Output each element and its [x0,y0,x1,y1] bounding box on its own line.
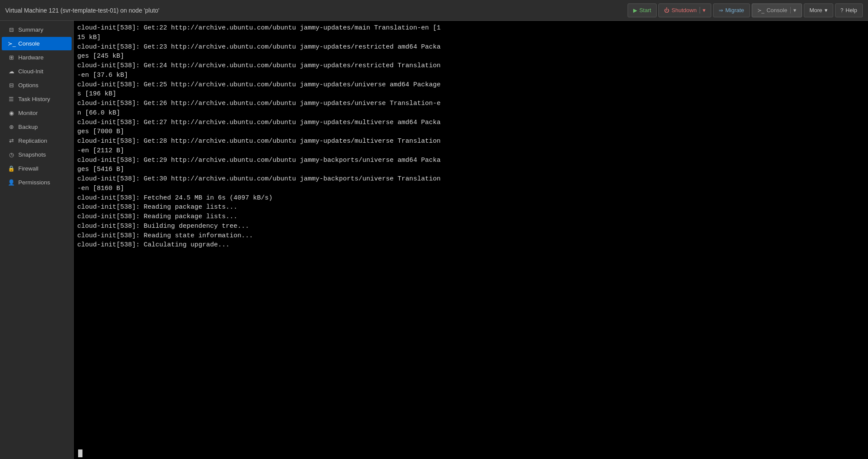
migrate-button[interactable]: ⇒ Migrate [713,3,750,17]
sidebar-item-replication[interactable]: ⇄ Replication [2,134,72,148]
start-button[interactable]: ▶ Start [628,3,657,17]
backup-icon: ⊛ [8,124,15,130]
shutdown-button[interactable]: ⏻ Shutdown ▾ [658,3,711,17]
firewall-icon: 🔒 [8,165,15,172]
sidebar-item-task-history[interactable]: ☰ Task History [2,92,72,106]
topbar: Virtual Machine 121 (svr-template-test-0… [0,0,868,21]
console-icon: ≻_ [8,40,15,47]
monitor-icon: ◉ [8,110,15,116]
sidebar-item-backup[interactable]: ⊛ Backup [2,120,72,134]
more-caret: ▾ [825,7,828,13]
permissions-icon: 👤 [8,179,15,186]
replication-icon: ⇄ [8,138,15,144]
topbar-actions: ▶ Start ⏻ Shutdown ▾ ⇒ Migrate ≻_ Consol… [628,3,863,17]
migrate-icon: ⇒ [719,7,723,13]
sidebar-item-firewall[interactable]: 🔒 Firewall [2,162,72,175]
console-area[interactable]: cloud-init[538]: Get:22 http://archive.u… [74,21,868,459]
sidebar-item-console[interactable]: ≻_ Console [2,37,72,50]
console-button[interactable]: ≻_ Console ▾ [752,3,802,17]
shutdown-caret[interactable]: ▾ [700,7,706,13]
sidebar-item-summary[interactable]: ⊟ Summary [2,23,72,36]
sidebar-item-cloud-init[interactable]: ☁ Cloud-Init [2,65,72,78]
help-button[interactable]: ? Help [835,3,863,17]
options-icon: ⊟ [8,82,15,89]
hardware-icon: ⊞ [8,54,15,61]
sidebar-item-snapshots[interactable]: ◷ Snapshots [2,148,72,161]
topbar-title: Virtual Machine 121 (svr-template-test-0… [5,7,628,14]
power-icon: ⏻ [664,7,669,13]
console-cursor-line [77,449,866,457]
main-layout: ⊟ Summary ≻_ Console ⊞ Hardware ☁ Cloud-… [0,21,868,459]
play-icon: ▶ [633,7,637,13]
task-history-icon: ☰ [8,96,15,102]
console-output: cloud-init[538]: Get:22 http://archive.u… [77,23,866,449]
cloud-init-icon: ☁ [8,68,15,75]
summary-icon: ⊟ [8,26,15,33]
sidebar: ⊟ Summary ≻_ Console ⊞ Hardware ☁ Cloud-… [0,21,74,459]
sidebar-item-options[interactable]: ⊟ Options [2,79,72,92]
terminal-icon: ≻_ [757,7,765,13]
sidebar-item-hardware[interactable]: ⊞ Hardware [2,51,72,64]
more-button[interactable]: More ▾ [804,3,833,17]
help-icon: ? [841,7,844,13]
sidebar-item-monitor[interactable]: ◉ Monitor [2,106,72,120]
console-caret[interactable]: ▾ [790,7,796,13]
sidebar-item-permissions[interactable]: 👤 Permissions [2,176,72,189]
snapshots-icon: ◷ [8,151,15,158]
cursor-block [78,449,82,457]
